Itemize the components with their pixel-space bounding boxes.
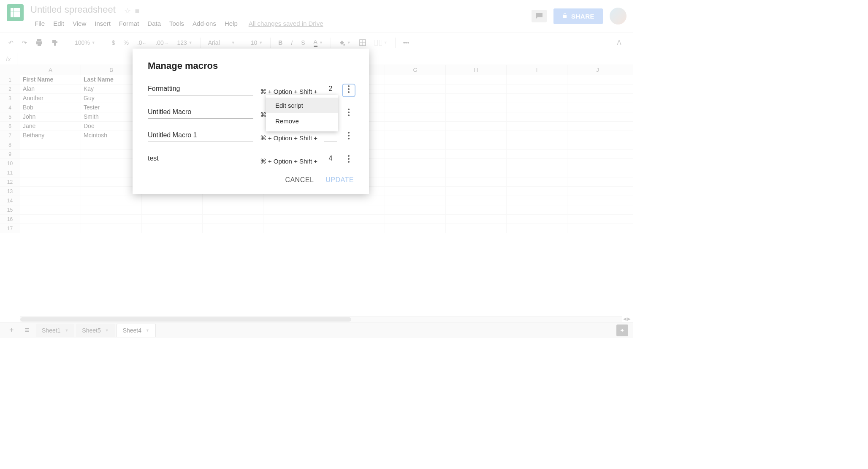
zoom-select[interactable]: 100%▼ [71,37,100,49]
cell[interactable] [567,75,628,84]
macro-options-button[interactable] [344,132,354,142]
cell[interactable] [81,205,142,214]
macro-name-input[interactable]: test [148,153,253,165]
menu-format[interactable]: Format [115,18,144,29]
merge-cells-button[interactable]: ▼ [371,37,391,48]
cell[interactable] [142,215,203,224]
cell[interactable] [507,140,567,149]
cancel-button[interactable]: CANCEL [285,176,314,184]
cell[interactable] [567,103,628,112]
fill-color-button[interactable]: ▼ [335,37,354,49]
more-tools-button[interactable]: ••• [400,37,413,49]
cell[interactable] [507,196,567,205]
row-header[interactable]: 14 [0,196,20,205]
cell[interactable] [385,215,446,224]
row-header[interactable]: 7 [0,131,20,140]
sheet-tab[interactable]: Sheet4▼ [117,324,156,337]
cell[interactable] [324,224,385,233]
row-header[interactable]: 5 [0,112,20,121]
macro-options-button[interactable] [344,109,354,119]
cell[interactable] [446,196,507,205]
cell[interactable] [446,168,507,177]
cell[interactable] [81,215,142,224]
row-header[interactable]: 11 [0,168,20,177]
column-header[interactable]: H [446,65,507,75]
menu-add-ons[interactable]: Add-ons [188,18,220,29]
cell[interactable] [507,122,567,131]
horizontal-scrollbar[interactable]: ◀▶ [20,316,622,322]
sheet-tab[interactable]: Sheet5▼ [76,324,114,337]
share-button[interactable]: SHARE [553,8,603,24]
context-menu-item[interactable]: Edit script [266,98,338,113]
cell[interactable] [507,75,567,84]
menu-file[interactable]: File [30,18,49,29]
update-button[interactable]: UPDATE [326,176,354,184]
sheet-tab-menu-icon[interactable]: ▼ [105,328,109,333]
cell[interactable] [567,131,628,140]
add-sheet-button[interactable]: + [5,323,18,337]
cell[interactable] [446,224,507,233]
row-header[interactable]: 1 [0,75,20,84]
cell[interactable] [385,205,446,214]
cell[interactable] [263,196,324,205]
cell[interactable] [507,103,567,112]
row-header[interactable]: 6 [0,122,20,131]
cell[interactable] [507,168,567,177]
cell[interactable] [324,196,385,205]
sheet-tab-menu-icon[interactable]: ▼ [146,328,149,333]
cell[interactable] [507,224,567,233]
cell[interactable]: Bethany [20,131,81,140]
cell[interactable] [385,103,446,112]
cell[interactable] [20,205,81,214]
cell[interactable] [385,112,446,121]
cell[interactable] [20,215,81,224]
cell[interactable] [507,187,567,196]
decrease-decimal-button[interactable]: .0← [134,37,150,49]
number-format-button[interactable]: 123▼ [174,37,195,49]
cell[interactable]: Bob [20,103,81,112]
cell[interactable] [446,140,507,149]
menu-edit[interactable]: Edit [49,18,68,29]
row-header[interactable]: 17 [0,224,20,233]
cell[interactable] [385,224,446,233]
cell[interactable] [567,224,628,233]
cell[interactable] [385,168,446,177]
cell[interactable] [142,224,203,233]
font-size-select[interactable]: 10▼ [247,37,266,49]
cell[interactable] [385,131,446,140]
menu-data[interactable]: Data [143,18,165,29]
cell[interactable] [567,187,628,196]
cell[interactable] [203,224,263,233]
cell[interactable] [81,224,142,233]
cell[interactable] [20,150,81,158]
cell[interactable] [20,168,81,177]
row-header[interactable]: 15 [0,205,20,214]
sheet-tab[interactable]: Sheet1▼ [36,324,74,337]
column-header[interactable]: G [385,65,446,75]
cell[interactable] [446,75,507,84]
account-avatar[interactable] [610,8,627,25]
cell[interactable] [507,112,567,121]
all-sheets-button[interactable]: ≡ [21,323,34,337]
cell[interactable] [142,205,203,214]
cell[interactable] [446,205,507,214]
cell[interactable] [567,177,628,186]
column-header[interactable]: J [567,65,628,75]
cell[interactable] [263,224,324,233]
bold-button[interactable]: B [275,37,286,49]
cell[interactable] [567,94,628,103]
cell[interactable] [324,215,385,224]
strikethrough-button[interactable]: S [298,37,308,49]
macro-name-input[interactable]: Untitled Macro [148,106,253,119]
cell[interactable] [446,187,507,196]
shortcut-key-input[interactable] [324,137,337,142]
increase-decimal-button[interactable]: .00→ [152,37,172,49]
cell[interactable] [446,150,507,158]
cell[interactable] [446,94,507,103]
cell[interactable] [20,140,81,149]
cell[interactable] [81,196,142,205]
cell[interactable] [567,205,628,214]
cell[interactable] [263,215,324,224]
cell[interactable] [507,94,567,103]
row-header[interactable]: 10 [0,159,20,168]
